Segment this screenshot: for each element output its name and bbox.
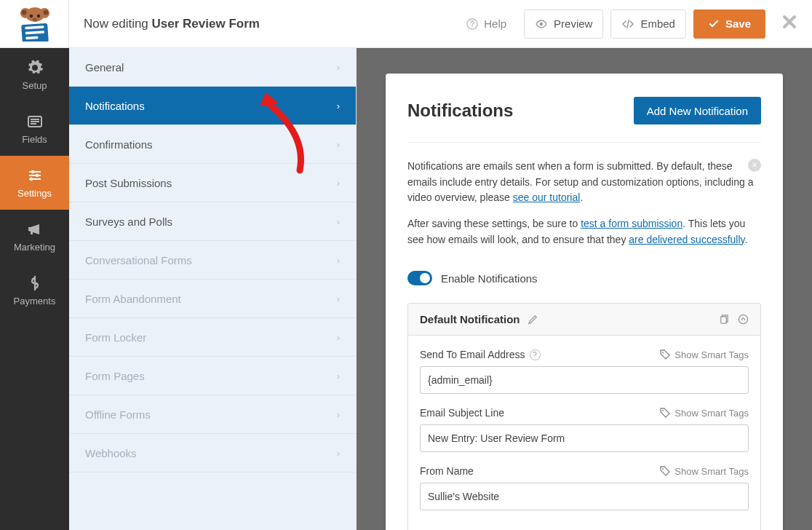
close-button[interactable] <box>781 14 797 34</box>
panel: Notifications Add New Notification ✕ Not… <box>386 74 783 530</box>
copy-icon[interactable] <box>718 314 729 325</box>
sidebar-item-notifications[interactable]: Notifications› <box>69 87 356 125</box>
chevron-right-icon: › <box>337 100 340 111</box>
send-to-label: Send To Email Address ? <box>420 349 541 360</box>
code-icon <box>621 17 634 31</box>
nav-payments[interactable]: Payments <box>0 264 69 317</box>
from-name-label: From Name <box>420 465 474 477</box>
svg-point-7 <box>33 17 38 21</box>
settings-sidebar: General› Notifications› Confirmations› P… <box>69 48 357 530</box>
chevron-right-icon: › <box>337 409 340 420</box>
test-submission-link[interactable]: test a form submission <box>581 218 682 229</box>
sidebar-item-post-submissions[interactable]: Post Submissions› <box>69 164 356 202</box>
enable-notifications-toggle[interactable] <box>407 271 432 285</box>
nav-setup[interactable]: Setup <box>0 48 69 102</box>
chevron-right-icon: › <box>337 178 340 189</box>
svg-point-4 <box>44 9 49 15</box>
help-button[interactable]: Help <box>456 9 517 39</box>
sidebar-item-webhooks[interactable]: Webhooks› <box>69 434 356 472</box>
from-name-input[interactable] <box>420 483 749 510</box>
nav-fields[interactable]: Fields <box>0 102 69 156</box>
delivered-successfully-link[interactable]: are delivered successfully <box>629 234 744 245</box>
sidebar-item-conversational-forms[interactable]: Conversational Forms› <box>69 241 356 280</box>
chevron-right-icon: › <box>337 139 340 150</box>
tutorial-link[interactable]: see our tutorial <box>513 191 581 203</box>
collapse-icon[interactable] <box>738 314 749 325</box>
help-icon <box>466 18 478 30</box>
main-content: Notifications Add New Notification ✕ Not… <box>357 48 812 530</box>
tags-icon <box>660 349 670 360</box>
svg-point-6 <box>37 14 40 17</box>
chevron-right-icon: › <box>337 371 340 381</box>
wpforms-logo-icon <box>16 7 52 41</box>
dollar-icon <box>26 274 44 292</box>
preview-button[interactable]: Preview <box>524 9 603 39</box>
subject-label: Email Subject Line <box>420 407 504 419</box>
svg-point-28 <box>662 410 664 411</box>
chevron-right-icon: › <box>337 332 340 343</box>
send-to-input[interactable] <box>420 366 749 394</box>
chevron-right-icon: › <box>337 293 340 304</box>
bullhorn-icon <box>26 221 44 238</box>
chevron-right-icon: › <box>337 216 340 227</box>
check-icon <box>708 18 720 30</box>
left-nav: Setup Fields Settings Marketing Payments <box>0 48 69 530</box>
svg-point-27 <box>662 352 664 353</box>
tags-icon <box>660 466 670 476</box>
sidebar-item-form-abandonment[interactable]: Form Abandonment› <box>69 280 356 318</box>
nav-settings[interactable]: Settings <box>0 156 69 210</box>
show-smart-tags[interactable]: Show Smart Tags <box>660 466 749 477</box>
subject-input[interactable] <box>420 424 749 452</box>
chevron-right-icon: › <box>337 255 340 266</box>
notification-header: Default Notification <box>408 304 760 336</box>
sidebar-item-offline-forms[interactable]: Offline Forms› <box>69 395 356 434</box>
sidebar-item-surveys-polls[interactable]: Surveys and Polls› <box>69 202 356 241</box>
chevron-right-icon: › <box>337 62 340 73</box>
svg-point-5 <box>30 14 33 17</box>
sidebar-item-form-locker[interactable]: Form Locker› <box>69 318 356 357</box>
editing-title: Now editing User Review Form <box>69 17 449 31</box>
svg-point-14 <box>540 22 543 25</box>
pencil-icon[interactable] <box>528 314 538 325</box>
embed-button[interactable]: Embed <box>610 9 686 39</box>
eye-icon <box>535 17 548 31</box>
sliders-icon <box>26 167 44 184</box>
sidebar-item-form-pages[interactable]: Form Pages› <box>69 357 356 395</box>
notification-block: Default Notification Send To Email Addre… <box>407 303 761 530</box>
svg-point-20 <box>31 170 34 174</box>
nav-marketing[interactable]: Marketing <box>0 210 69 264</box>
header: Now editing User Review Form Help Previe… <box>0 0 812 48</box>
svg-point-24 <box>29 178 33 181</box>
svg-point-3 <box>22 9 27 15</box>
help-icon[interactable]: ? <box>530 349 541 360</box>
dismiss-button[interactable]: ✕ <box>748 159 761 172</box>
save-button[interactable]: Save <box>693 9 765 39</box>
panel-title: Notifications <box>407 100 513 121</box>
svg-point-22 <box>35 174 39 178</box>
gear-icon <box>26 59 44 76</box>
show-smart-tags[interactable]: Show Smart Tags <box>660 408 749 419</box>
list-icon <box>26 113 44 130</box>
svg-point-26 <box>739 315 747 324</box>
add-notification-button[interactable]: Add New Notification <box>634 97 761 124</box>
tags-icon <box>660 408 670 418</box>
app-logo <box>0 0 69 48</box>
svg-point-13 <box>471 25 473 27</box>
show-smart-tags[interactable]: Show Smart Tags <box>660 349 749 360</box>
description: ✕ Notifications are emails sent when a f… <box>407 143 761 271</box>
enable-notifications-label: Enable Notifications <box>441 272 538 285</box>
chevron-right-icon: › <box>337 448 340 459</box>
svg-rect-25 <box>721 317 727 323</box>
sidebar-item-confirmations[interactable]: Confirmations› <box>69 125 356 164</box>
svg-point-29 <box>662 468 664 470</box>
sidebar-item-general[interactable]: General› <box>69 48 356 87</box>
